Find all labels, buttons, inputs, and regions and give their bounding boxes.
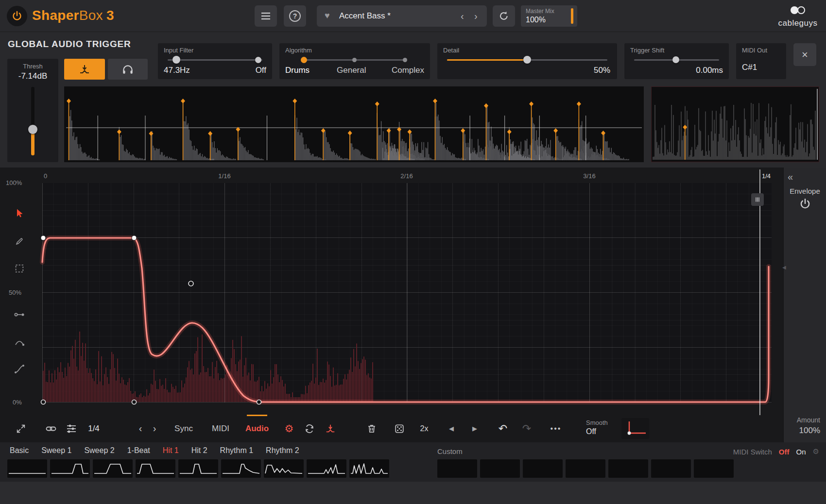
midi-mode-button[interactable]: MIDI bbox=[212, 415, 229, 442]
master-mix-slider[interactable] bbox=[571, 8, 573, 24]
help-button[interactable]: ? bbox=[284, 5, 306, 27]
top-bar: ShaperBox3 ? ♥ Accent Bass * ‹ › Master … bbox=[0, 0, 826, 32]
midi-out-value[interactable]: C#1 bbox=[742, 63, 757, 72]
wave-tab-rhythm-2[interactable]: Rhythm 2 bbox=[266, 446, 299, 455]
thresh-slider-knob[interactable] bbox=[28, 125, 37, 134]
midi-switch-on-button[interactable]: On bbox=[796, 448, 806, 456]
wave-preset-thumb-sweep2[interactable] bbox=[93, 459, 133, 478]
wave-tab-1-beat[interactable]: 1-Beat bbox=[127, 446, 150, 455]
detail-panel: Detail 50% bbox=[437, 43, 617, 79]
tool-select[interactable] bbox=[9, 258, 30, 279]
preset-selector[interactable]: ♥ Accent Bass * ‹ › bbox=[317, 5, 487, 27]
shift-left-button[interactable]: ◀ bbox=[449, 415, 454, 442]
audio-settings-button[interactable]: ⚙ bbox=[285, 415, 294, 442]
wave-tab-sweep-1[interactable]: Sweep 1 bbox=[41, 446, 71, 455]
redo-button[interactable]: ↷ bbox=[522, 415, 531, 442]
step-snap-button[interactable] bbox=[66, 415, 77, 442]
shift-right-button[interactable]: ▶ bbox=[472, 415, 477, 442]
grid-grip-handle[interactable] bbox=[751, 193, 764, 206]
trash-icon bbox=[366, 423, 377, 434]
bypass-power-button[interactable] bbox=[7, 6, 27, 26]
algorithm-option-drums[interactable]: Drums bbox=[285, 66, 310, 75]
custom-preset-slot-3[interactable] bbox=[523, 459, 563, 478]
tool-s-curve[interactable] bbox=[9, 358, 30, 380]
preset-name[interactable]: Accent Bass * bbox=[339, 5, 391, 27]
preset-next-button[interactable]: › bbox=[474, 5, 478, 27]
rate-selector[interactable]: 1/4 bbox=[88, 415, 100, 442]
wave-tab-rhythm-1[interactable]: Rhythm 1 bbox=[220, 446, 253, 455]
close-trigger-panel-button[interactable]: × bbox=[793, 43, 816, 66]
trigger-shift-value[interactable]: 0.00ms bbox=[696, 66, 723, 75]
sync-mode-button[interactable]: Sync bbox=[174, 415, 193, 442]
rate-next-button[interactable]: › bbox=[153, 415, 156, 442]
algorithm-dot-complex[interactable] bbox=[403, 58, 407, 62]
algorithm-dot-drums[interactable] bbox=[301, 57, 307, 63]
tool-draw[interactable] bbox=[9, 231, 30, 252]
custom-preset-slot-1[interactable] bbox=[437, 459, 477, 478]
more-options-button[interactable]: ••• bbox=[551, 415, 562, 442]
tool-line[interactable] bbox=[9, 304, 30, 325]
panel-resize-handle[interactable]: ◀ bbox=[782, 265, 786, 270]
undo-button[interactable]: ↶ bbox=[499, 415, 507, 442]
master-mix-control[interactable]: Master Mix 100% bbox=[521, 5, 577, 27]
wave-preset-thumb-rhythm2[interactable] bbox=[307, 459, 346, 478]
audio-mode-button[interactable]: Audio bbox=[245, 415, 269, 442]
custom-preset-slot-6[interactable] bbox=[651, 459, 691, 478]
smooth-curve-preview[interactable] bbox=[621, 418, 649, 439]
vendor-logo[interactable]: cableguys bbox=[775, 5, 820, 28]
randomize-button[interactable] bbox=[394, 415, 405, 442]
detail-value[interactable]: 50% bbox=[594, 66, 610, 75]
input-filter-high-knob[interactable] bbox=[255, 57, 261, 63]
midi-switch-settings-icon[interactable]: ⚙ bbox=[813, 447, 819, 456]
smooth-control[interactable]: Smooth Off bbox=[586, 419, 608, 437]
envelope-curve-layer[interactable] bbox=[42, 183, 772, 403]
trigger-listen-button[interactable] bbox=[108, 59, 148, 80]
tool-curve[interactable] bbox=[9, 332, 30, 353]
trigger-shift-knob[interactable] bbox=[672, 56, 679, 63]
custom-preset-slot-5[interactable] bbox=[608, 459, 648, 478]
wave-preset-thumb-sweep1[interactable] bbox=[50, 459, 90, 478]
midi-switch-off-button[interactable]: Off bbox=[779, 448, 790, 456]
preset-reload-button[interactable] bbox=[493, 5, 515, 27]
wave-preset-thumb-onebeat[interactable] bbox=[136, 459, 175, 478]
wave-preset-thumb-rhythm1[interactable] bbox=[264, 459, 304, 478]
smooth-value[interactable]: Off bbox=[586, 427, 608, 437]
collapse-panel-button[interactable]: « bbox=[788, 171, 793, 183]
tool-pointer[interactable] bbox=[9, 202, 30, 224]
trigger-source-button[interactable] bbox=[325, 415, 336, 442]
trigger-waveform-display[interactable] bbox=[64, 86, 644, 162]
wave-preset-thumb-hit2[interactable] bbox=[221, 459, 261, 478]
threshold-panel: Thresh -7.14dB bbox=[7, 59, 58, 162]
custom-preset-slot-7[interactable] bbox=[694, 459, 734, 478]
wave-tab-hit-1[interactable]: Hit 1 bbox=[163, 446, 179, 455]
preset-prev-button[interactable]: ‹ bbox=[461, 5, 464, 27]
rate-prev-button[interactable]: ‹ bbox=[139, 415, 142, 442]
algorithm-option-complex[interactable]: Complex bbox=[392, 66, 424, 75]
wave-preset-thumb-flat[interactable] bbox=[7, 459, 47, 478]
detail-knob[interactable] bbox=[523, 56, 531, 64]
audio-trigger-mode-button[interactable] bbox=[64, 59, 105, 80]
algorithm-option-general[interactable]: General bbox=[337, 66, 366, 75]
input-filter-low-value[interactable]: 47.3Hz bbox=[164, 66, 190, 75]
input-filter-track[interactable] bbox=[168, 59, 262, 61]
input-filter-high-value[interactable]: Off bbox=[256, 66, 266, 75]
algorithm-dot-general[interactable] bbox=[352, 58, 357, 62]
trigger-side-waveform-display[interactable] bbox=[651, 86, 819, 162]
favorite-heart-icon[interactable]: ♥ bbox=[325, 11, 330, 21]
wave-preset-thumb-hit1[interactable] bbox=[178, 459, 218, 478]
link-button[interactable] bbox=[45, 415, 57, 442]
wave-tab-sweep-2[interactable]: Sweep 2 bbox=[84, 446, 114, 455]
amount-value[interactable]: 100% bbox=[799, 426, 820, 436]
wave-tab-hit-2[interactable]: Hit 2 bbox=[191, 446, 207, 455]
input-filter-low-knob[interactable] bbox=[172, 56, 180, 64]
speed-button[interactable]: 2x bbox=[420, 415, 429, 442]
wave-tab-basic[interactable]: Basic bbox=[10, 446, 29, 455]
menu-button[interactable] bbox=[255, 5, 277, 27]
wave-preset-thumb-rhythm3[interactable] bbox=[349, 459, 389, 478]
clear-curve-button[interactable] bbox=[366, 415, 377, 442]
retrigger-loop-button[interactable] bbox=[304, 415, 315, 442]
custom-preset-slot-2[interactable] bbox=[480, 459, 520, 478]
expand-editor-button[interactable] bbox=[16, 415, 26, 442]
custom-preset-slot-4[interactable] bbox=[566, 459, 605, 478]
envelope-power-button[interactable] bbox=[784, 198, 826, 210]
